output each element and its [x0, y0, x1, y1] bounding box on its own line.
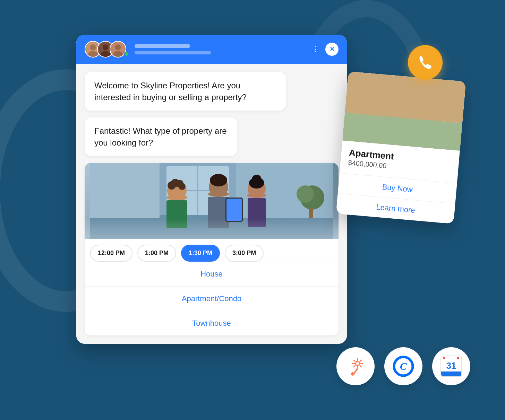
integrations-container: C 31: [336, 347, 470, 385]
time-slot-300[interactable]: 3:00 PM: [225, 245, 264, 262]
header-status-bar: [135, 51, 211, 54]
svg-rect-44: [363, 106, 371, 127]
svg-line-58: [367, 80, 369, 104]
phone-button[interactable]: [408, 45, 443, 80]
header-actions: ⋮ ✕: [311, 43, 339, 56]
svg-rect-50: [378, 125, 420, 133]
svg-point-54: [437, 97, 452, 112]
gcal-bottom: [441, 371, 461, 376]
gcal-integration[interactable]: 31: [432, 347, 470, 385]
svg-text:C: C: [400, 360, 407, 372]
svg-point-53: [439, 97, 460, 119]
svg-line-70: [354, 368, 358, 373]
svg-point-25: [179, 183, 186, 190]
svg-line-66: [354, 360, 355, 361]
property-card: Apartment $400,000.00 Buy Now Learn more: [336, 71, 466, 224]
time-slots-container: 12:00 PM 1:00 PM 1:30 PM 3:00 PM: [85, 239, 339, 262]
image-message-area: 12:00 PM 1:00 PM 1:30 PM 3:00 PM House A…: [85, 163, 339, 335]
gcal-dot-left: [443, 357, 445, 359]
message-1: Welcome to Skyline Properties! Are you i…: [85, 72, 286, 111]
svg-line-67: [360, 366, 361, 367]
svg-point-1: [90, 44, 96, 50]
svg-point-42: [400, 86, 412, 98]
gcal-dot-right: [457, 357, 459, 359]
svg-rect-46: [366, 104, 429, 117]
gcal-top-bar: [441, 356, 461, 360]
svg-rect-39: [344, 71, 466, 126]
svg-rect-37: [342, 71, 466, 151]
svg-point-29: [210, 174, 227, 186]
svg-rect-55: [446, 116, 450, 125]
property-type-townhouse[interactable]: Townhouse: [85, 311, 339, 335]
svg-rect-52: [414, 132, 418, 139]
property-card-image: [342, 71, 466, 151]
svg-point-31: [247, 193, 266, 198]
time-slot-1200[interactable]: 12:00 PM: [90, 245, 132, 262]
svg-rect-18: [309, 208, 313, 218]
online-indicator: [124, 52, 129, 56]
svg-line-59: [354, 91, 382, 94]
svg-rect-47: [371, 105, 387, 117]
chat-header: ⋮ ✕: [76, 35, 347, 64]
more-options-button[interactable]: ⋮: [311, 45, 320, 54]
svg-line-41: [406, 78, 407, 90]
svg-rect-51: [379, 129, 383, 137]
message-2: Fantastic! What type of property are you…: [85, 117, 237, 156]
svg-point-20: [166, 195, 187, 200]
calendly-integration[interactable]: C: [384, 347, 422, 385]
property-type-list: House Apartment/Condo Townhouse: [85, 262, 339, 335]
property-type-apartment[interactable]: Apartment/Condo: [85, 287, 339, 311]
hubspot-integration[interactable]: [336, 347, 375, 385]
chat-card: ⋮ ✕ Welcome to Skyline Properties! Are y…: [76, 35, 347, 344]
property-image: [85, 163, 339, 239]
time-slot-100[interactable]: 1:00 PM: [137, 245, 176, 262]
svg-point-7: [115, 44, 121, 50]
svg-rect-21: [166, 200, 187, 228]
avatar-3: [110, 41, 126, 58]
svg-point-17: [297, 185, 314, 203]
svg-rect-57: [353, 79, 383, 106]
svg-point-34: [252, 175, 262, 184]
svg-rect-56: [444, 124, 451, 128]
hubspot-icon: [345, 356, 366, 377]
property-type-house[interactable]: House: [85, 262, 339, 287]
svg-rect-36: [226, 199, 242, 221]
header-text: [135, 44, 306, 54]
close-button[interactable]: ✕: [325, 43, 339, 56]
svg-rect-11: [90, 163, 160, 218]
svg-point-61: [356, 362, 359, 365]
chat-body: Welcome to Skyline Properties! Are you i…: [76, 64, 347, 344]
calendly-icon: C: [392, 355, 415, 378]
svg-rect-10: [90, 215, 333, 239]
avatar-group: [85, 41, 129, 58]
svg-line-69: [360, 360, 361, 361]
svg-rect-45: [428, 112, 437, 133]
svg-rect-49: [409, 110, 423, 121]
phone-icon: [417, 54, 434, 71]
svg-rect-48: [390, 107, 406, 119]
gcal-date: 31: [441, 360, 461, 371]
svg-rect-32: [248, 198, 266, 227]
gcal-icon: 31: [440, 356, 462, 377]
svg-point-71: [351, 372, 354, 376]
svg-line-68: [354, 366, 355, 367]
svg-rect-43: [365, 110, 428, 132]
time-slot-130[interactable]: 1:30 PM: [181, 245, 220, 262]
svg-point-27: [208, 191, 229, 197]
header-name-bar: [135, 44, 190, 48]
svg-point-4: [103, 44, 109, 50]
